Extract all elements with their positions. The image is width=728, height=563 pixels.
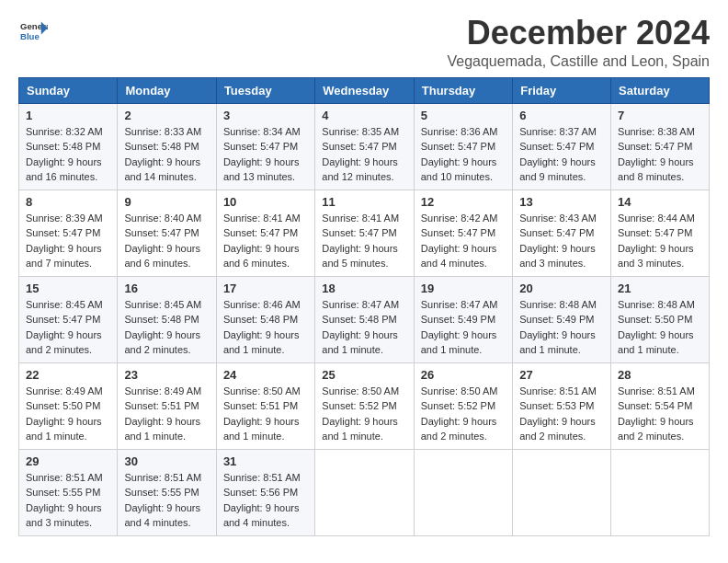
calendar-cell <box>513 449 611 535</box>
calendar-cell: 9Sunrise: 8:40 AMSunset: 5:47 PMDaylight… <box>118 190 216 276</box>
day-info: Sunrise: 8:51 AMSunset: 5:54 PMDaylight:… <box>618 384 702 444</box>
day-number: 8 <box>26 195 110 209</box>
day-number: 13 <box>519 195 604 209</box>
day-info: Sunrise: 8:45 AMSunset: 5:47 PMDaylight:… <box>26 297 110 358</box>
day-of-week-tuesday: Tuesday <box>216 77 314 103</box>
calendar-cell <box>611 449 710 535</box>
day-of-week-sunday: Sunday <box>19 77 118 103</box>
day-number: 30 <box>124 454 209 468</box>
day-number: 25 <box>322 368 406 382</box>
calendar-cell: 3Sunrise: 8:34 AMSunset: 5:47 PMDaylight… <box>216 103 314 190</box>
calendar-cell: 18Sunrise: 8:47 AMSunset: 5:48 PMDayligh… <box>315 276 414 362</box>
day-number: 10 <box>223 195 308 209</box>
calendar-cell <box>315 449 414 535</box>
day-number: 28 <box>618 368 702 382</box>
day-info: Sunrise: 8:48 AMSunset: 5:50 PMDaylight:… <box>618 297 702 358</box>
day-number: 21 <box>618 282 702 295</box>
day-info: Sunrise: 8:38 AMSunset: 5:47 PMDaylight:… <box>618 124 702 185</box>
day-number: 16 <box>124 282 209 295</box>
calendar-cell: 28Sunrise: 8:51 AMSunset: 5:54 PMDayligh… <box>611 362 710 449</box>
day-number: 2 <box>124 109 209 122</box>
day-info: Sunrise: 8:47 AMSunset: 5:48 PMDaylight:… <box>322 297 406 358</box>
day-info: Sunrise: 8:45 AMSunset: 5:48 PMDaylight:… <box>124 297 209 358</box>
day-number: 18 <box>322 282 406 295</box>
day-info: Sunrise: 8:49 AMSunset: 5:51 PMDaylight:… <box>124 384 209 444</box>
week-row-5: 29Sunrise: 8:51 AMSunset: 5:55 PMDayligh… <box>19 449 710 535</box>
header-row: SundayMondayTuesdayWednesdayThursdayFrid… <box>19 77 710 103</box>
day-info: Sunrise: 8:48 AMSunset: 5:49 PMDaylight:… <box>519 297 604 358</box>
day-number: 17 <box>223 282 308 295</box>
calendar-cell: 12Sunrise: 8:42 AMSunset: 5:47 PMDayligh… <box>414 190 512 276</box>
day-info: Sunrise: 8:46 AMSunset: 5:48 PMDaylight:… <box>223 297 308 358</box>
day-info: Sunrise: 8:49 AMSunset: 5:50 PMDaylight:… <box>26 384 110 444</box>
calendar-cell: 29Sunrise: 8:51 AMSunset: 5:55 PMDayligh… <box>19 449 118 535</box>
calendar-cell: 11Sunrise: 8:41 AMSunset: 5:47 PMDayligh… <box>315 190 414 276</box>
day-number: 4 <box>322 109 406 122</box>
day-info: Sunrise: 8:44 AMSunset: 5:47 PMDaylight:… <box>618 211 702 271</box>
logo: General Blue <box>18 18 48 44</box>
calendar-cell: 13Sunrise: 8:43 AMSunset: 5:47 PMDayligh… <box>513 190 611 276</box>
day-number: 31 <box>223 454 308 468</box>
day-info: Sunrise: 8:51 AMSunset: 5:55 PMDaylight:… <box>26 470 110 531</box>
month-title: December 2024 <box>447 15 710 52</box>
day-info: Sunrise: 8:35 AMSunset: 5:47 PMDaylight:… <box>322 124 406 185</box>
logo-icon: General Blue <box>18 18 48 44</box>
day-number: 22 <box>26 368 110 382</box>
day-info: Sunrise: 8:50 AMSunset: 5:51 PMDaylight:… <box>223 384 308 444</box>
calendar-cell: 20Sunrise: 8:48 AMSunset: 5:49 PMDayligh… <box>513 276 611 362</box>
day-info: Sunrise: 8:39 AMSunset: 5:47 PMDaylight:… <box>26 211 110 271</box>
title-area: December 2024 Vegaquemada, Castille and … <box>447 15 710 70</box>
calendar-cell: 19Sunrise: 8:47 AMSunset: 5:49 PMDayligh… <box>414 276 512 362</box>
calendar-cell: 4Sunrise: 8:35 AMSunset: 5:47 PMDaylight… <box>315 103 414 190</box>
day-number: 9 <box>124 195 209 209</box>
calendar-cell: 17Sunrise: 8:46 AMSunset: 5:48 PMDayligh… <box>216 276 314 362</box>
day-info: Sunrise: 8:33 AMSunset: 5:48 PMDaylight:… <box>124 124 209 185</box>
day-info: Sunrise: 8:37 AMSunset: 5:47 PMDaylight:… <box>519 124 604 185</box>
day-number: 14 <box>618 195 702 209</box>
calendar-cell: 16Sunrise: 8:45 AMSunset: 5:48 PMDayligh… <box>118 276 216 362</box>
day-of-week-wednesday: Wednesday <box>315 77 414 103</box>
calendar-cell: 6Sunrise: 8:37 AMSunset: 5:47 PMDaylight… <box>513 103 611 190</box>
day-info: Sunrise: 8:41 AMSunset: 5:47 PMDaylight:… <box>322 211 406 271</box>
day-info: Sunrise: 8:43 AMSunset: 5:47 PMDaylight:… <box>519 211 604 271</box>
day-number: 1 <box>26 109 110 122</box>
calendar-cell: 1Sunrise: 8:32 AMSunset: 5:48 PMDaylight… <box>19 103 118 190</box>
day-number: 15 <box>26 282 110 295</box>
calendar-cell: 31Sunrise: 8:51 AMSunset: 5:56 PMDayligh… <box>216 449 314 535</box>
day-number: 23 <box>124 368 209 382</box>
calendar-cell: 25Sunrise: 8:50 AMSunset: 5:52 PMDayligh… <box>315 362 414 449</box>
day-info: Sunrise: 8:32 AMSunset: 5:48 PMDaylight:… <box>26 124 110 185</box>
day-info: Sunrise: 8:42 AMSunset: 5:47 PMDaylight:… <box>421 211 506 271</box>
calendar-cell: 23Sunrise: 8:49 AMSunset: 5:51 PMDayligh… <box>118 362 216 449</box>
day-of-week-saturday: Saturday <box>611 77 710 103</box>
day-of-week-monday: Monday <box>118 77 216 103</box>
day-info: Sunrise: 8:47 AMSunset: 5:49 PMDaylight:… <box>421 297 506 358</box>
day-number: 26 <box>421 368 506 382</box>
calendar-table: SundayMondayTuesdayWednesdayThursdayFrid… <box>18 77 710 536</box>
calendar-cell: 15Sunrise: 8:45 AMSunset: 5:47 PMDayligh… <box>19 276 118 362</box>
day-info: Sunrise: 8:51 AMSunset: 5:53 PMDaylight:… <box>519 384 604 444</box>
day-number: 6 <box>519 109 604 122</box>
day-info: Sunrise: 8:36 AMSunset: 5:47 PMDaylight:… <box>421 124 506 185</box>
day-info: Sunrise: 8:51 AMSunset: 5:55 PMDaylight:… <box>124 470 209 531</box>
day-info: Sunrise: 8:41 AMSunset: 5:47 PMDaylight:… <box>223 211 308 271</box>
day-info: Sunrise: 8:50 AMSunset: 5:52 PMDaylight:… <box>322 384 406 444</box>
svg-text:Blue: Blue <box>20 31 40 41</box>
day-number: 24 <box>223 368 308 382</box>
day-number: 3 <box>223 109 308 122</box>
day-info: Sunrise: 8:50 AMSunset: 5:52 PMDaylight:… <box>421 384 506 444</box>
week-row-4: 22Sunrise: 8:49 AMSunset: 5:50 PMDayligh… <box>19 362 710 449</box>
week-row-3: 15Sunrise: 8:45 AMSunset: 5:47 PMDayligh… <box>19 276 710 362</box>
day-number: 29 <box>26 454 110 468</box>
day-info: Sunrise: 8:34 AMSunset: 5:47 PMDaylight:… <box>223 124 308 185</box>
location-title: Vegaquemada, Castille and Leon, Spain <box>447 53 710 70</box>
day-info: Sunrise: 8:51 AMSunset: 5:56 PMDaylight:… <box>223 470 308 531</box>
day-info: Sunrise: 8:40 AMSunset: 5:47 PMDaylight:… <box>124 211 209 271</box>
calendar-cell: 21Sunrise: 8:48 AMSunset: 5:50 PMDayligh… <box>611 276 710 362</box>
week-row-1: 1Sunrise: 8:32 AMSunset: 5:48 PMDaylight… <box>19 103 710 190</box>
day-number: 7 <box>618 109 702 122</box>
calendar-cell: 2Sunrise: 8:33 AMSunset: 5:48 PMDaylight… <box>118 103 216 190</box>
week-row-2: 8Sunrise: 8:39 AMSunset: 5:47 PMDaylight… <box>19 190 710 276</box>
day-number: 19 <box>421 282 506 295</box>
day-number: 5 <box>421 109 506 122</box>
